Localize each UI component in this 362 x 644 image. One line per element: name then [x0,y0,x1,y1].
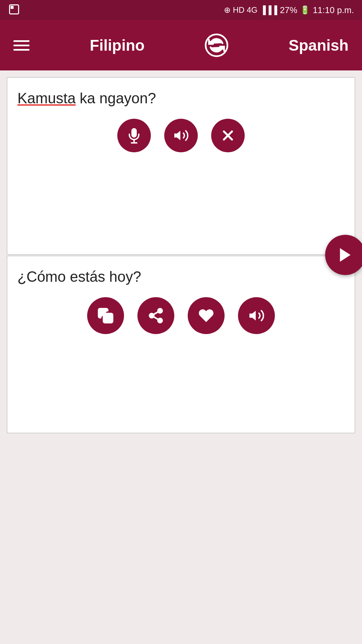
svg-marker-7 [340,248,351,262]
output-text: ¿Cómo estás hoy? [17,266,345,287]
share-button[interactable] [137,297,174,334]
input-action-buttons [17,119,345,156]
battery-icon: 🔋 [300,5,310,15]
swap-languages-button[interactable] [205,34,228,57]
app-toolbar: Filipino Spanish [0,20,362,70]
output-action-buttons [17,297,345,337]
main-content: Kamusta ka ngayon? [0,70,362,440]
underlined-word: Kamusta [17,90,76,106]
clear-button[interactable] [211,119,245,152]
network-icons: ⊕ HD 4G [224,5,257,15]
input-wrapper: Kamusta ka ngayon? [7,77,355,255]
status-bar: ⊕ HD 4G ▐▐▐ 27% 🔋 11:10 p.m. [0,0,362,20]
status-icons: ⊕ HD 4G ▐▐▐ 27% 🔋 11:10 p.m. [224,5,354,15]
svg-line-12 [154,317,158,319]
svg-marker-14 [249,311,256,320]
favorite-button[interactable] [188,297,225,334]
menu-button[interactable] [13,40,29,51]
input-text: Kamusta ka ngayon? [17,88,345,109]
source-language-label[interactable]: Filipino [90,36,145,54]
output-section: ¿Cómo estás hoy? [7,256,355,433]
copy-button[interactable] [87,297,124,334]
speaker-button-input[interactable] [164,119,198,152]
microphone-button[interactable] [117,119,151,152]
svg-line-13 [154,312,158,314]
status-bar-left [8,3,20,17]
translate-send-button[interactable] [325,235,362,275]
input-section[interactable]: Kamusta ka ngayon? [7,77,355,255]
svg-marker-4 [174,131,180,140]
battery-text: 27% [280,5,297,15]
speaker-button-output[interactable] [238,297,275,334]
svg-rect-1 [11,6,14,9]
signal-icon: ▐▐▐ [260,5,277,15]
target-language-label[interactable]: Spanish [289,36,349,54]
svg-rect-8 [104,313,113,322]
time-display: 11:10 p.m. [313,5,354,15]
